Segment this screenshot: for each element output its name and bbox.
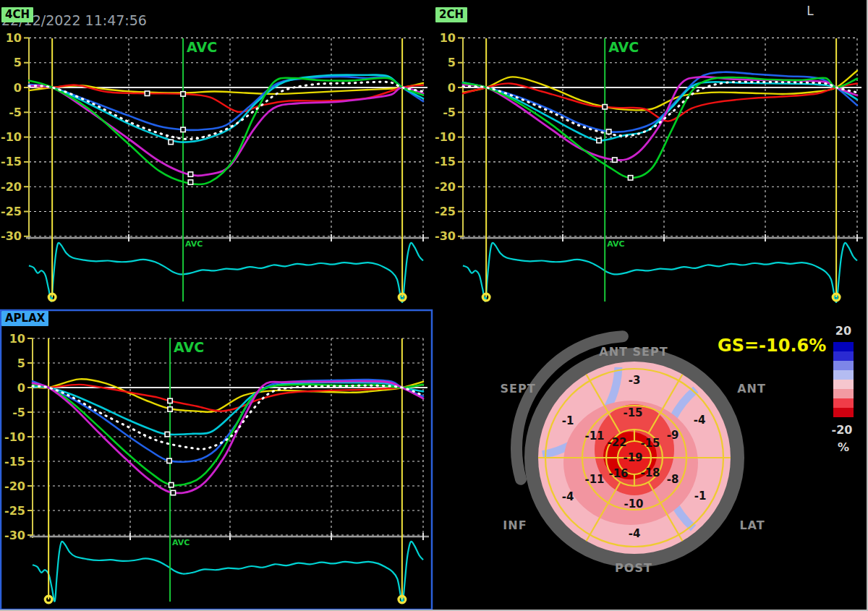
segment-value-mid-post: -10 [624, 497, 643, 510]
strain-chart-ch2[interactable]: 1050-5-10-15-20-25-30AVCAVC [435, 31, 863, 302]
y-tick-label: 0 [17, 381, 25, 395]
y-tick-label: -15 [4, 455, 25, 469]
avc-label: AVC [174, 339, 204, 355]
y-tick-label: -15 [1, 155, 22, 168]
segment-value-basal-sept: -1 [562, 414, 574, 427]
peak-strain-marker [181, 92, 185, 96]
wall-label-ant_sept: ANT SEPT [599, 345, 668, 359]
strain-curve-yellow [29, 83, 423, 94]
colorbar-unit-label: % [838, 440, 849, 454]
segment-value-apical-sept: -22 [607, 436, 626, 449]
colorbar-band [833, 380, 854, 389]
peak-strain-marker [169, 482, 174, 487]
global-strain-value: GS=-10.6% [718, 336, 826, 356]
colorbar-band [833, 389, 854, 398]
peak-strain-marker [168, 398, 172, 403]
y-tick-label: -10 [4, 430, 25, 444]
peak-strain-marker [169, 140, 173, 144]
y-tick-label: -15 [435, 155, 456, 168]
colorbar-max-label: 20 [835, 324, 851, 338]
y-tick-label: -25 [4, 504, 25, 518]
peak-strain-marker [165, 432, 169, 436]
segment-value-apex: -19 [623, 451, 642, 464]
segment-value-basal-post: -4 [629, 527, 641, 540]
segment-value-mid-ant: -9 [667, 429, 679, 442]
wall-label-inf: INF [503, 518, 527, 532]
wall-label-ant: ANT [737, 382, 766, 396]
ecg-trace [33, 542, 423, 602]
segment-value-basal-lat: -1 [694, 490, 707, 503]
peak-strain-marker [188, 172, 192, 176]
bullseye-plot[interactable]: -3-4-1-4-4-1-15-9-8-10-11-11-22-15-16-18… [500, 336, 765, 575]
segment-value-basal-inf: -4 [562, 490, 574, 503]
y-tick-label: -5 [9, 106, 22, 119]
echo-quad-screen: 1050-5-10-15-20-25-30AVCAVC1050-5-10-15-… [0, 0, 868, 611]
colorbar-band [833, 370, 854, 380]
y-tick-label: 0 [448, 81, 456, 95]
y-tick-label: -20 [4, 479, 25, 493]
wall-label-lat: LAT [739, 518, 765, 532]
segment-value-mid-inf: -11 [584, 473, 604, 486]
strain-chart-aplax[interactable]: 1050-5-10-15-20-25-30AVCAVC [4, 332, 429, 603]
y-tick-label: -10 [1, 130, 22, 144]
segment-value-apical-inf: -16 [608, 467, 628, 480]
y-tick-label: -30 [4, 529, 25, 542]
y-tick-label: -5 [443, 106, 456, 119]
y-tick-label: -20 [435, 180, 456, 194]
peak-strain-marker [597, 138, 601, 142]
segment-value-basal-ant: -4 [694, 414, 706, 427]
y-tick-label: -30 [435, 229, 456, 243]
avc-label-small: AVC [172, 538, 190, 547]
wall-label-sept: SEPT [500, 382, 535, 396]
colorbar-band [833, 342, 854, 351]
colorbar-band [833, 351, 854, 361]
colorbar-band [833, 408, 854, 417]
peak-strain-marker [168, 407, 172, 411]
peak-strain-marker [603, 105, 607, 109]
ecg-trace [29, 243, 423, 302]
peak-strain-marker [145, 91, 149, 95]
segment-value-mid-lat: -8 [667, 473, 679, 486]
segment-value-mid-ant_sept: -15 [623, 406, 642, 419]
y-tick-label: 10 [9, 332, 25, 346]
y-tick-label: -10 [435, 130, 456, 144]
segment-value-apical-ant: -15 [640, 437, 660, 450]
peak-strain-marker [181, 127, 185, 132]
colorbar-band [833, 398, 854, 408]
peak-strain-marker [606, 129, 610, 134]
colorbar-band [833, 361, 854, 370]
strain-curve-cyan [463, 82, 857, 140]
peak-strain-marker [613, 158, 617, 162]
wall-label-post: POST [615, 561, 652, 575]
segment-value-basal-ant_sept: -3 [629, 374, 641, 387]
view-badge-2ch[interactable]: 2CH [435, 7, 467, 22]
y-tick-label: -30 [1, 229, 22, 243]
peak-strain-marker [171, 490, 175, 495]
avc-label: AVC [608, 39, 639, 55]
quad-display: 1050-5-10-15-20-25-30AVCAVC1050-5-10-15-… [0, 0, 868, 611]
segment-value-apical-lat: -18 [640, 466, 660, 479]
y-tick-label: -5 [12, 406, 25, 419]
y-tick-label: 5 [14, 56, 22, 69]
y-tick-label: 10 [6, 31, 22, 45]
colorbar-min-label: -20 [832, 423, 853, 437]
avc-label-small: AVC [607, 239, 624, 249]
y-tick-label: 0 [14, 81, 22, 95]
avc-label: AVC [187, 39, 217, 55]
peak-strain-marker [628, 176, 632, 180]
strain-chart-ch4[interactable]: 1050-5-10-15-20-25-30AVCAVC [1, 31, 429, 302]
strain-colorbar: 20-20% [832, 324, 854, 454]
y-tick-label: -20 [1, 180, 22, 194]
orientation-marker: L [801, 4, 819, 18]
segment-value-mid-sept: -11 [584, 430, 604, 443]
y-tick-label: -25 [1, 205, 22, 218]
ecg-trace [463, 243, 857, 302]
y-tick-label: 5 [17, 356, 25, 370]
y-tick-label: -25 [435, 205, 456, 218]
avc-label-small: AVC [185, 239, 203, 249]
peak-strain-marker [188, 180, 192, 184]
strain-curve-green [463, 77, 857, 178]
view-badge-4ch[interactable]: 4CH [1, 7, 33, 22]
y-tick-label: 5 [448, 56, 456, 69]
view-badge-aplax[interactable]: APLAX [1, 311, 48, 326]
